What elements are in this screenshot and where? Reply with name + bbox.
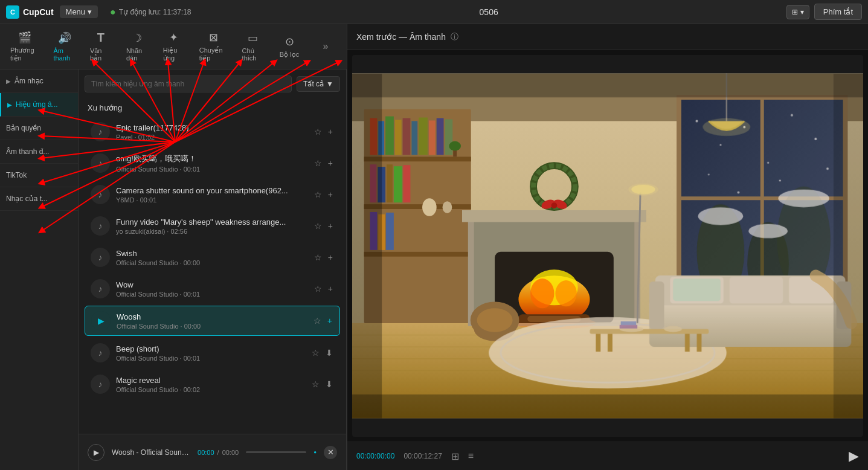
menu-button[interactable]: Menu ▾ <box>60 5 98 18</box>
preview-video-frame <box>352 55 863 437</box>
hieu-ung-arrow-icon: ▶ <box>7 101 12 108</box>
track-info: Wow Official Sound Studio · 00:01 <box>116 280 307 298</box>
sidebar-item-tiktok[interactable]: TikTok <box>0 164 78 187</box>
sidebar-item-hieu-ung[interactable]: ▶ Hiệu ứng â... <box>0 93 78 117</box>
player-close-button[interactable]: ✕ <box>324 446 337 459</box>
favorite-button[interactable]: ☆ <box>313 220 323 232</box>
tab-nhan-dan[interactable]: ☽ Nhãn dán <box>119 27 156 66</box>
track-name: Wow <box>116 280 307 289</box>
text-icon: T <box>97 31 104 45</box>
tab-hieu-ung[interactable]: ✦ Hiệu ứng <box>156 26 192 67</box>
add-button[interactable]: + <box>327 157 334 169</box>
add-button[interactable]: + <box>327 220 334 232</box>
tab-phuong-tien[interactable]: 🎬 Phương tiện <box>3 26 46 67</box>
favorite-button[interactable]: ☆ <box>312 315 323 327</box>
layout-button[interactable]: ⊞ ▾ <box>786 5 809 19</box>
track-name: Camera shutter sound on your smartphone(… <box>116 186 307 195</box>
app-logo: C CupCut <box>6 5 54 19</box>
preview-footer: 00:00:00:00 00:00:12:27 ⊞ ≡ ▶ <box>347 442 868 470</box>
player-progress-bar[interactable] <box>246 451 306 453</box>
nhac-cua-t-label: Nhạc của t... <box>6 195 48 203</box>
track-actions: ☆ + <box>313 157 334 169</box>
favorite-button[interactable]: ☆ <box>313 188 323 201</box>
add-button[interactable]: + <box>327 283 334 295</box>
add-button[interactable]: + <box>327 251 334 263</box>
svg-rect-101 <box>352 74 863 97</box>
list-item[interactable]: ♪ Wow Official Sound Studio · 00:01 ☆ + <box>85 274 340 303</box>
track-name: Woosh <box>117 312 306 321</box>
sticker-icon: ☽ <box>132 31 142 45</box>
track-meta: Official Sound Studio · 00:02 <box>116 386 304 393</box>
track-meta: Pavel · 01:52 <box>116 134 307 141</box>
track-info: Camera shutter sound on your smartphone(… <box>116 186 307 204</box>
more-icon: » <box>323 41 329 52</box>
track-info: omg!欧买噶，哦买噶！ Official Sound Studio · 00:… <box>116 153 307 173</box>
download-button[interactable]: ⬇ <box>324 347 334 359</box>
content-panel: Tất cả ▼ Xu hướng ♪ Epic trailer(1177428… <box>79 69 347 470</box>
timeline-grid-button[interactable]: ⊞ <box>451 451 459 462</box>
am-thanh-d-label: Âm thanh đ... <box>6 147 49 156</box>
track-name: Epic trailer(1177428) <box>116 123 307 132</box>
am-nhac-arrow-icon: ▶ <box>6 78 11 85</box>
music-note-icon: ♪ <box>91 216 110 236</box>
favorite-button[interactable]: ☆ <box>310 347 321 359</box>
track-info: Epic trailer(1177428) Pavel · 01:52 <box>116 123 307 141</box>
tab-more[interactable]: » <box>307 36 344 57</box>
favorite-button[interactable]: ☆ <box>313 251 323 263</box>
player-play-button[interactable]: ▶ <box>88 444 104 461</box>
track-actions: ☆ ⬇ <box>310 347 334 359</box>
list-item[interactable]: ♪ Funny video "Mary's sheep" weakness ar… <box>85 211 340 240</box>
tab-chuyen-tiep-label: Chuyển tiếp <box>199 47 228 62</box>
search-area: Tất cả ▼ <box>79 69 346 98</box>
player-track-name: Woosh - Official Sound Studio <box>112 448 190 457</box>
menu-label: Menu <box>66 7 86 16</box>
favorite-button[interactable]: ☆ <box>313 126 323 138</box>
list-item[interactable]: ♪ omg!欧买噶，哦买噶！ Official Sound Studio · 0… <box>85 149 340 178</box>
list-item[interactable]: ♪ Swish Official Sound Studio · 00:00 ☆ … <box>85 243 340 272</box>
tab-bo-loc[interactable]: ⊙ Bộ lọc <box>271 30 307 63</box>
grid-icon: ⊞ <box>792 8 798 16</box>
tab-van-ban[interactable]: T Văn bản <box>83 26 119 67</box>
info-circle-icon: ⓘ <box>451 31 458 42</box>
add-button[interactable]: + <box>326 315 333 327</box>
list-item-active[interactable]: ▶ Woosh Official Sound Studio · 00:00 ☆ … <box>85 306 340 336</box>
player-current-time: 00:00 <box>198 449 214 456</box>
export-button[interactable]: Phím tắt <box>814 4 862 20</box>
section-header: Xu hướng <box>79 98 346 117</box>
tab-chu-thich[interactable]: ▭ Chú thích <box>235 27 271 66</box>
filter-button[interactable]: Tất cả ▼ <box>297 76 340 92</box>
preview-play-button[interactable]: ▶ <box>849 448 859 464</box>
audio-icon: 🔊 <box>58 31 71 45</box>
list-item[interactable]: ♪ Beep (short) Official Sound Studio · 0… <box>85 338 340 367</box>
favorite-button[interactable]: ☆ <box>313 157 323 169</box>
favorite-button[interactable]: ☆ <box>310 378 321 390</box>
tab-am-thanh[interactable]: 🔊 Âm thanh <box>46 27 82 66</box>
list-item[interactable]: ♪ Epic trailer(1177428) Pavel · 01:52 ☆ … <box>85 117 340 146</box>
track-actions: ☆ + <box>312 315 333 327</box>
autosave-text: Tự động lưu: 11:37:18 <box>119 8 191 16</box>
tab-bo-loc-label: Bộ lọc <box>280 51 299 59</box>
sidebar-item-am-thanh-d[interactable]: Âm thanh đ... <box>0 140 78 164</box>
track-actions: ☆ + <box>313 126 334 138</box>
track-name: Swish <box>116 249 307 258</box>
music-note-icon: ♪ <box>91 343 110 362</box>
tab-chuyen-tiep[interactable]: ⊠ Chuyển tiếp <box>192 26 235 67</box>
svg-rect-99 <box>352 74 382 419</box>
add-button[interactable]: + <box>327 188 334 201</box>
topbar-right-buttons: ⊞ ▾ Phím tắt <box>786 4 862 20</box>
list-item[interactable]: ♪ Camera shutter sound on your smartphon… <box>85 180 340 209</box>
add-button[interactable]: + <box>327 126 334 138</box>
sidebar-item-nhac-cua-t[interactable]: Nhạc của t... <box>0 187 78 211</box>
music-note-icon: ♪ <box>91 375 110 394</box>
logo-icon: C <box>6 5 19 19</box>
search-input[interactable] <box>85 76 292 92</box>
music-note-icon: ♪ <box>91 153 110 173</box>
autosave-indicator: ● Tự động lưu: 11:37:18 <box>110 7 191 18</box>
sidebar-item-ban-quyen[interactable]: Bản quyền <box>0 117 78 140</box>
sidebar-item-am-nhac[interactable]: ▶ Âm nhạc <box>0 69 78 93</box>
favorite-button[interactable]: ☆ <box>313 283 323 295</box>
section-title: Xu hướng <box>88 103 122 112</box>
timeline-list-button[interactable]: ≡ <box>468 451 474 462</box>
download-button[interactable]: ⬇ <box>324 378 334 390</box>
list-item[interactable]: ♪ Magic reveal Official Sound Studio · 0… <box>85 370 340 399</box>
